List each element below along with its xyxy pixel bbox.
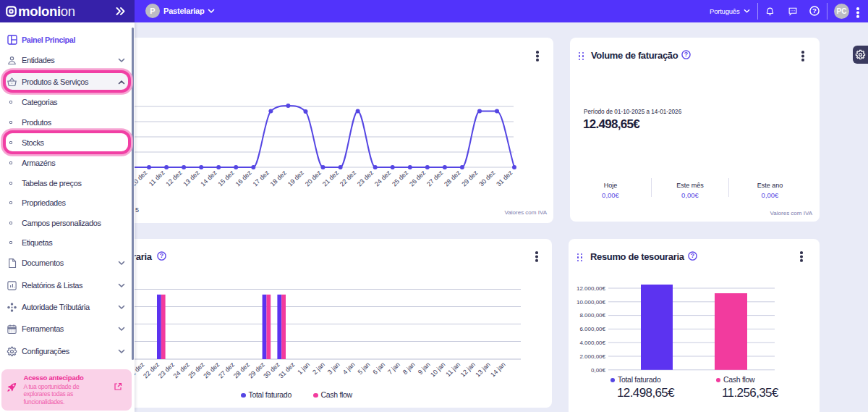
svg-text:22 dez: 22 dez bbox=[339, 169, 358, 188]
svg-text:15 dez: 15 dez bbox=[216, 169, 236, 188]
svg-text:12.000,00€: 12.000,00€ bbox=[576, 285, 606, 292]
svg-text:5: 5 bbox=[135, 206, 139, 214]
svg-text:?: ? bbox=[812, 7, 817, 14]
svg-text:21 dez: 21 dez bbox=[321, 169, 341, 188]
svg-text:11 dez: 11 dez bbox=[148, 169, 166, 188]
svg-text:14 jan: 14 jan bbox=[489, 361, 506, 378]
svg-text:16 dez: 16 dez bbox=[234, 169, 254, 188]
svg-text:3 jan: 3 jan bbox=[326, 361, 341, 376]
svg-text:31 dez: 31 dez bbox=[495, 169, 514, 188]
svg-text:29 dez: 29 dez bbox=[460, 169, 480, 188]
svg-text:11 jan: 11 jan bbox=[444, 361, 461, 378]
svg-text:8.000,00€: 8.000,00€ bbox=[579, 312, 605, 319]
svg-text:10.000,00€: 10.000,00€ bbox=[576, 299, 606, 306]
svg-text:12 dez: 12 dez bbox=[164, 169, 184, 188]
svg-text:6 jan: 6 jan bbox=[371, 361, 386, 376]
svg-text:13 jan: 13 jan bbox=[474, 361, 491, 378]
svg-text:2 jan: 2 jan bbox=[311, 361, 326, 376]
svg-text:14 dez: 14 dez bbox=[199, 169, 218, 188]
svg-text:20 dez: 20 dez bbox=[304, 169, 323, 188]
svg-text:31 dez: 31 dez bbox=[277, 361, 297, 380]
svg-text:18 dez: 18 dez bbox=[269, 169, 289, 188]
svg-text:2.000,00€: 2.000,00€ bbox=[579, 353, 605, 360]
svg-text:4.000,00€: 4.000,00€ bbox=[579, 340, 605, 346]
svg-text:28 dez: 28 dez bbox=[443, 169, 462, 188]
svg-text:4 jan: 4 jan bbox=[341, 361, 357, 376]
svg-text:23 dez: 23 dez bbox=[356, 169, 375, 188]
svg-text:10 jan: 10 jan bbox=[429, 361, 446, 378]
svg-text:27 dez: 27 dez bbox=[425, 169, 445, 188]
svg-text:12 jan: 12 jan bbox=[459, 361, 477, 378]
svg-text:1 jan: 1 jan bbox=[296, 361, 311, 376]
svg-text:5 jan: 5 jan bbox=[357, 361, 372, 376]
svg-text:6.000,00€: 6.000,00€ bbox=[579, 326, 605, 332]
svg-text:?: ? bbox=[684, 51, 688, 58]
svg-text:24 dez: 24 dez bbox=[373, 169, 393, 188]
svg-text:8 jan: 8 jan bbox=[401, 361, 417, 376]
svg-text:0,00€: 0,00€ bbox=[591, 367, 606, 374]
svg-text:7 jan: 7 jan bbox=[386, 361, 401, 376]
svg-text:19 dez: 19 dez bbox=[286, 169, 306, 188]
svg-text:30 dez: 30 dez bbox=[477, 169, 497, 188]
svg-text:13 dez: 13 dez bbox=[182, 169, 201, 188]
svg-text:25 dez: 25 dez bbox=[391, 169, 410, 188]
svg-text:26 dez: 26 dez bbox=[408, 169, 427, 188]
svg-text:17 dez: 17 dez bbox=[252, 169, 271, 188]
